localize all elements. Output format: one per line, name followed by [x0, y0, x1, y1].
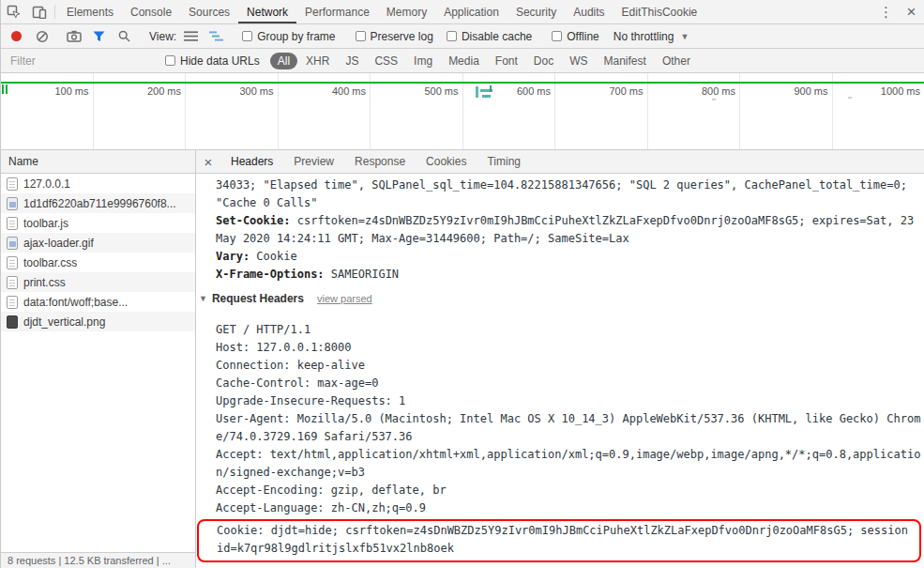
network-summary-bar: 8 requests | 12.5 KB transferred | ...: [1, 552, 195, 568]
main-tab[interactable]: EditThisCookie: [613, 0, 706, 23]
request-name: 127.0.0.1: [23, 177, 70, 191]
main-tab[interactable]: Application: [435, 0, 507, 23]
detail-tabbar: × HeadersPreviewResponseCookiesTiming: [196, 150, 924, 174]
clear-button[interactable]: [29, 30, 54, 43]
type-filter-pill[interactable]: CSS: [367, 53, 405, 69]
detail-tab[interactable]: Preview: [283, 150, 344, 173]
record-network-log-button[interactable]: [4, 31, 29, 41]
stylesheet-icon: [7, 256, 18, 269]
type-filter-pill[interactable]: WS: [562, 53, 595, 69]
device-toolbar-icon[interactable]: [26, 0, 52, 23]
filter-funnel-button[interactable]: [86, 31, 112, 42]
checkbox-box: [447, 31, 457, 41]
timeline-column: 500 ms: [371, 73, 463, 149]
network-overview-timeline[interactable]: 100 ms 200 ms 300 ms 400 ms 500 ms: [1, 73, 924, 150]
image-dark-icon: [7, 315, 18, 329]
offline-checkbox[interactable]: Offline: [545, 30, 605, 43]
filter-input[interactable]: [1, 54, 159, 68]
main-tabs: ElementsConsoleSourcesNetworkPerformance…: [58, 0, 705, 23]
waterfall-overview-icon: [209, 31, 223, 41]
request-header-line: Cache-Control: max-age=0: [216, 375, 924, 392]
main-tab[interactable]: Elements: [58, 0, 122, 23]
group-by-frame-checkbox[interactable]: Group by frame: [235, 30, 341, 43]
document-icon: [7, 177, 18, 191]
type-filter-pill[interactable]: XHR: [298, 53, 337, 69]
request-row[interactable]: djdt_vertical.png: [1, 312, 195, 331]
timeline-tick-label: 700 ms: [609, 85, 643, 97]
kebab-menu-icon[interactable]: ⋮: [873, 0, 899, 23]
show-overview-toggle[interactable]: [204, 31, 229, 41]
request-header-line: GET / HTTP/1.1: [216, 321, 924, 339]
close-details-icon[interactable]: ×: [196, 150, 220, 173]
disable-cache-checkbox[interactable]: Disable cache: [440, 30, 538, 43]
header-value: Cookie: [256, 250, 296, 263]
preserve-log-checkbox[interactable]: Preserve log: [349, 30, 440, 43]
detail-tab[interactable]: Timing: [477, 150, 531, 173]
network-main-area: Name 127.0.0.1 1d1df6220ab711e9996760f8.…: [1, 150, 924, 568]
type-filter-pill[interactable]: JS: [338, 53, 366, 69]
search-icon: [118, 30, 130, 42]
inspect-element-icon[interactable]: [1, 0, 26, 23]
timeline-tick-label: 600 ms: [517, 85, 551, 97]
main-tab[interactable]: Audits: [565, 0, 613, 23]
detail-tab[interactable]: Response: [344, 150, 416, 173]
view-parsed-link[interactable]: view parsed: [317, 293, 372, 304]
checkbox-box: [552, 31, 562, 41]
type-filter-pill[interactable]: Other: [655, 53, 698, 69]
cookie-highlight-box: Cookie: djdt=hide; csrftoken=z4sDnWBZDz5…: [197, 519, 921, 562]
waterfall-mark: [848, 97, 852, 99]
capture-screenshots-button[interactable]: [61, 30, 86, 42]
main-tab[interactable]: Network: [238, 0, 296, 23]
main-tab[interactable]: Sources: [180, 0, 238, 23]
type-filter-pill[interactable]: Img: [406, 53, 440, 69]
request-row[interactable]: 127.0.0.1: [1, 174, 195, 193]
type-filter-pill[interactable]: Media: [441, 53, 487, 69]
hide-data-urls-checkbox[interactable]: Hide data URLs: [159, 54, 266, 68]
request-row[interactable]: print.css: [1, 272, 195, 292]
cookie-header-line: Cookie: djdt=hide; csrftoken=z4sDnWBZDz5…: [217, 522, 912, 558]
request-name: ajax-loader.gif: [23, 237, 94, 250]
timeline-tick-label: 100 ms: [54, 85, 88, 97]
request-table-sidebar: Name 127.0.0.1 1d1df6220ab711e9996760f8.…: [1, 150, 196, 568]
name-column-header[interactable]: Name: [1, 150, 195, 174]
timeline-tick-label: 500 ms: [424, 85, 458, 97]
request-headers-section-header[interactable]: ▼Request Headersview parsed: [199, 289, 924, 308]
request-row[interactable]: data:font/woff;base...: [1, 292, 195, 312]
script-icon: [7, 217, 18, 230]
search-button[interactable]: [112, 30, 137, 42]
timeline-column: 1000 ms: [833, 73, 924, 149]
request-name: toolbar.css: [23, 256, 77, 269]
request-row[interactable]: ajax-loader.gif: [1, 233, 195, 253]
throttling-dropdown[interactable]: No throttling ▼: [606, 30, 697, 43]
large-request-rows-toggle[interactable]: [178, 31, 204, 41]
main-tab[interactable]: Security: [507, 0, 565, 23]
type-filter-pill[interactable]: Font: [488, 53, 525, 69]
close-devtools-icon[interactable]: ×: [899, 0, 924, 23]
timeline-column: 200 ms: [94, 73, 187, 149]
request-row[interactable]: 1d1df6220ab711e9996760f8...: [1, 193, 195, 213]
timeline-tick-label: 200 ms: [147, 85, 181, 97]
main-tab[interactable]: Memory: [378, 0, 435, 23]
main-tab[interactable]: Performance: [296, 0, 378, 23]
header-name: X-Frame-Options:: [216, 268, 325, 281]
resource-type-filters: AllXHRJSCSSImgMediaFontDocWSManifestOthe…: [270, 53, 699, 69]
response-header-line: X-Frame-Options: SAMEORIGIN: [216, 266, 924, 284]
request-row[interactable]: toolbar.css: [1, 253, 195, 272]
separator: [54, 5, 55, 19]
detail-tabs: HeadersPreviewResponseCookiesTiming: [220, 150, 531, 173]
request-header-line: Host: 127.0.0.1:8000: [216, 339, 924, 357]
request-row[interactable]: toolbar.js: [1, 213, 195, 233]
detail-tab[interactable]: Headers: [220, 150, 283, 173]
main-tab[interactable]: Console: [122, 0, 180, 23]
request-header-line: Connection: keep-alive: [216, 357, 924, 375]
detail-tab[interactable]: Cookies: [416, 150, 477, 173]
timeline-column: 100 ms: [1, 73, 94, 149]
type-filter-pill[interactable]: Manifest: [597, 53, 654, 69]
type-filter-pill[interactable]: All: [270, 53, 297, 69]
response-header-line: Vary: Cookie: [216, 248, 924, 266]
response-header-line: Set-Cookie: csrftoken=z4sDnWBZDz5Y9zIvr0…: [216, 212, 924, 248]
triangle-down-icon[interactable]: ▼: [199, 294, 207, 303]
checkbox-box: [242, 31, 252, 41]
type-filter-pill[interactable]: Doc: [526, 53, 561, 69]
timeline-grid: 100 ms 200 ms 300 ms 400 ms 500 ms: [1, 73, 924, 149]
